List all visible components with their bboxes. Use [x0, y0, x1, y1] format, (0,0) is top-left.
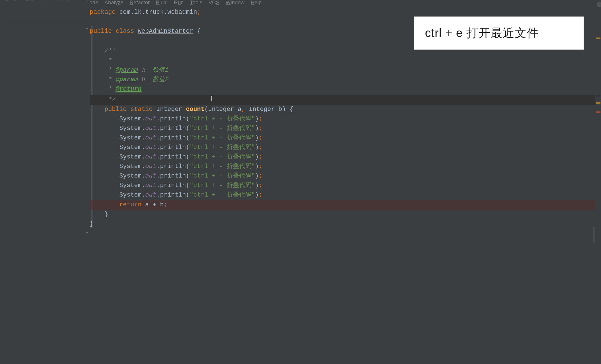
code-line[interactable]: } — [90, 219, 595, 229]
code-line[interactable]: * @param a 数值1 — [90, 66, 595, 75]
code-line[interactable]: * @param b 数值2 — [90, 75, 595, 85]
method-separator — [2, 23, 90, 23]
text-cursor-icon: I — [210, 94, 213, 103]
code-line[interactable]: System.out.println("ctrl + - 折叠代码"); — [90, 162, 595, 171]
code-line[interactable]: package com.lk.truck.webadmin; — [90, 8, 595, 17]
stripe-marker-warn[interactable] — [596, 102, 600, 104]
annotation-overlay: ctrl + e 打开最近文件 — [414, 17, 584, 50]
code-line[interactable]: System.out.println("ctrl + - 折叠代码"); — [90, 190, 595, 200]
code-line[interactable]: System.out.println("ctrl + - 折叠代码"); — [90, 124, 595, 133]
error-stripe[interactable] — [595, 1, 601, 364]
stripe-marker-warn[interactable] — [596, 38, 600, 39]
code-line[interactable]: * — [90, 56, 595, 66]
code-line[interactable]: System.out.println("ctrl + - 折叠代码"); — [90, 171, 595, 181]
inspection-status-icon[interactable] — [597, 2, 601, 7]
code-line[interactable]: */ — [90, 95, 595, 105]
code-line[interactable]: System.out.println("ctrl + - 折叠代码"); — [90, 143, 595, 152]
editor: ▸ ▸ 💡 package com.lk.truck.webadmin; pub… — [0, 1, 601, 364]
code-editor[interactable]: package com.lk.truck.webadmin; public cl… — [90, 1, 595, 364]
stripe-marker-error[interactable] — [596, 111, 600, 113]
code-line[interactable]: System.out.println("ctrl + - 折叠代码"); — [90, 133, 595, 143]
method-separator — [2, 42, 90, 42]
code-line[interactable]: } — [90, 210, 595, 219]
fold-toggle-icon[interactable]: ▸ — [86, 25, 88, 31]
stripe-caret-marker — [596, 96, 600, 96]
scroll-thumb[interactable] — [593, 227, 595, 243]
code-line[interactable]: System.out.println("ctrl + - 折叠代码"); — [90, 152, 595, 162]
gutter[interactable]: ▸ ▸ 💡 — [2, 1, 90, 364]
code-line[interactable]: public static Integer count(Integer a, I… — [90, 105, 595, 114]
code-line[interactable]: * @return — [90, 85, 595, 94]
code-line[interactable]: System.out.println("ctrl + - 折叠代码"); — [90, 181, 595, 190]
code-line[interactable]: System.out.println("ctrl + - 折叠代码"); — [90, 114, 595, 124]
code-line[interactable]: return a + b; — [90, 200, 595, 210]
left-gutter-strip — [0, 1, 2, 364]
annotation-text: ctrl + e 打开最近文件 — [425, 25, 539, 41]
fold-toggle-icon[interactable]: ▸ — [86, 230, 88, 235]
